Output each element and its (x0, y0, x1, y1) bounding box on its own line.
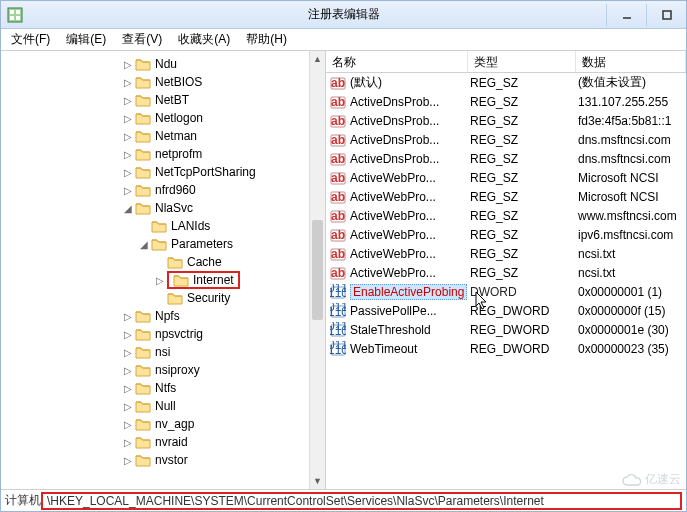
expand-icon[interactable]: ▷ (121, 167, 135, 178)
value-row[interactable]: ActiveDnsProb...REG_SZ131.107.255.255 (326, 92, 686, 111)
expand-icon[interactable]: ◢ (121, 203, 135, 214)
value-row[interactable]: (默认)REG_SZ(数值未设置) (326, 73, 686, 92)
tree-node[interactable]: ▷nvraid (1, 433, 325, 451)
tree-node[interactable]: ▷NetBIOS (1, 73, 325, 91)
tree-label: netprofm (155, 147, 202, 161)
value-row[interactable]: ActiveWebPro...REG_SZMicrosoft NCSI (326, 187, 686, 206)
tree-node[interactable]: ▷NetTcpPortSharing (1, 163, 325, 181)
scroll-up-button[interactable]: ▲ (310, 51, 325, 67)
folder-icon (167, 255, 183, 269)
tree-node[interactable]: ▷Netman (1, 127, 325, 145)
tree-node[interactable]: ▷nsiproxy (1, 361, 325, 379)
column-name[interactable]: 名称 (326, 51, 468, 72)
tree-node[interactable]: Cache (1, 253, 325, 271)
value-type: REG_SZ (468, 228, 576, 242)
menu-bar: 文件(F) 编辑(E) 查看(V) 收藏夹(A) 帮助(H) (1, 29, 686, 51)
expand-icon[interactable]: ▷ (121, 77, 135, 88)
expand-icon[interactable]: ▷ (121, 347, 135, 358)
folder-icon (151, 237, 167, 251)
string-value-icon (330, 246, 346, 262)
expand-icon[interactable]: ▷ (121, 311, 135, 322)
expand-icon[interactable]: ▷ (121, 149, 135, 160)
expand-icon[interactable]: ▷ (121, 185, 135, 196)
tree-node[interactable]: ▷Null (1, 397, 325, 415)
tree-node[interactable]: ▷Netlogon (1, 109, 325, 127)
value-data: 0x0000001e (30) (576, 323, 686, 337)
tree-node[interactable]: ▷nvstor (1, 451, 325, 469)
value-row[interactable]: ActiveWebPro...REG_SZncsi.txt (326, 263, 686, 282)
tree-label: nsi (155, 345, 170, 359)
tree-node[interactable]: ▷NetBT (1, 91, 325, 109)
value-row[interactable]: ActiveDnsProb...REG_SZdns.msftncsi.com (326, 149, 686, 168)
status-bar: 计算机 \HKEY_LOCAL_MACHINE\SYSTEM\CurrentCo… (1, 489, 686, 511)
value-row[interactable]: WebTimeoutREG_DWORD0x00000023 (35) (326, 339, 686, 358)
expand-icon[interactable]: ▷ (153, 275, 167, 286)
tree-node[interactable]: ▷Internet (1, 271, 325, 289)
expand-icon[interactable]: ▷ (121, 95, 135, 106)
tree-node[interactable]: ▷Npfs (1, 307, 325, 325)
value-row[interactable]: EnableActiveProbing DWORD0x00000001 (1) (326, 282, 686, 301)
folder-icon (167, 291, 183, 305)
value-row[interactable]: ActiveWebPro...REG_SZwww.msftncsi.com (326, 206, 686, 225)
value-type: REG_SZ (468, 95, 576, 109)
value-name: ActiveWebPro... (350, 247, 436, 261)
menu-view[interactable]: 查看(V) (116, 29, 168, 50)
expand-icon[interactable]: ▷ (121, 329, 135, 340)
title-bar[interactable]: 注册表编辑器 (1, 1, 686, 29)
value-row[interactable]: PassivePollPe...REG_DWORD0x0000000f (15) (326, 301, 686, 320)
value-data: 0x00000023 (35) (576, 342, 686, 356)
tree-node[interactable]: ▷nsi (1, 343, 325, 361)
tree-label: Npfs (155, 309, 180, 323)
column-data[interactable]: 数据 (576, 51, 686, 72)
scroll-down-button[interactable]: ▼ (310, 473, 325, 489)
folder-icon (173, 273, 189, 287)
expand-icon[interactable]: ▷ (121, 113, 135, 124)
scroll-thumb[interactable] (312, 220, 323, 320)
tree-node[interactable]: ▷nfrd960 (1, 181, 325, 199)
tree-node[interactable]: ▷Ntfs (1, 379, 325, 397)
expand-icon[interactable]: ▷ (121, 419, 135, 430)
tree-pane[interactable]: ▷Ndu▷NetBIOS▷NetBT▷Netlogon▷Netman▷netpr… (1, 51, 326, 489)
svg-rect-11 (663, 11, 671, 19)
value-row[interactable]: ActiveDnsProb...REG_SZdns.msftncsi.com (326, 130, 686, 149)
columns-header[interactable]: 名称 类型 数据 (326, 51, 686, 73)
expand-icon[interactable]: ▷ (121, 401, 135, 412)
expand-icon[interactable]: ◢ (137, 239, 151, 250)
maximize-button[interactable] (646, 4, 686, 26)
value-data: 0x0000000f (15) (576, 304, 686, 318)
value-data: 0x00000001 (1) (576, 285, 686, 299)
menu-edit[interactable]: 编辑(E) (60, 29, 112, 50)
tree-label: Internet (193, 273, 234, 287)
expand-icon[interactable]: ▷ (121, 455, 135, 466)
tree-node[interactable]: ◢NlaSvc (1, 199, 325, 217)
menu-favorites[interactable]: 收藏夹(A) (172, 29, 236, 50)
dword-value-icon (330, 303, 346, 319)
value-type: REG_DWORD (468, 342, 576, 356)
value-row[interactable]: ActiveWebPro...REG_SZMicrosoft NCSI (326, 168, 686, 187)
value-row[interactable]: StaleThresholdREG_DWORD0x0000001e (30) (326, 320, 686, 339)
tree-node[interactable]: ▷netprofm (1, 145, 325, 163)
expand-icon[interactable]: ▷ (121, 365, 135, 376)
tree-node[interactable]: LANIds (1, 217, 325, 235)
expand-icon[interactable]: ▷ (121, 131, 135, 142)
value-row[interactable]: ActiveDnsProb...REG_SZfd3e:4f5a:5b81::1 (326, 111, 686, 130)
tree-node[interactable]: ▷nv_agp (1, 415, 325, 433)
tree-scrollbar[interactable]: ▲ ▼ (309, 51, 325, 489)
value-row[interactable]: ActiveWebPro...REG_SZipv6.msftncsi.com (326, 225, 686, 244)
tree-node[interactable]: ▷Ndu (1, 55, 325, 73)
folder-icon (135, 309, 151, 323)
menu-file[interactable]: 文件(F) (5, 29, 56, 50)
tree-node[interactable]: ▷npsvctrig (1, 325, 325, 343)
menu-help[interactable]: 帮助(H) (240, 29, 293, 50)
value-row[interactable]: ActiveWebPro...REG_SZncsi.txt (326, 244, 686, 263)
tree-node[interactable]: ◢Parameters (1, 235, 325, 253)
app-icon (7, 7, 23, 23)
value-type: REG_SZ (468, 152, 576, 166)
string-value-icon (330, 208, 346, 224)
expand-icon[interactable]: ▷ (121, 383, 135, 394)
expand-icon[interactable]: ▷ (121, 437, 135, 448)
expand-icon[interactable]: ▷ (121, 59, 135, 70)
column-type[interactable]: 类型 (468, 51, 576, 72)
tree-node[interactable]: Security (1, 289, 325, 307)
minimize-button[interactable] (606, 4, 646, 26)
